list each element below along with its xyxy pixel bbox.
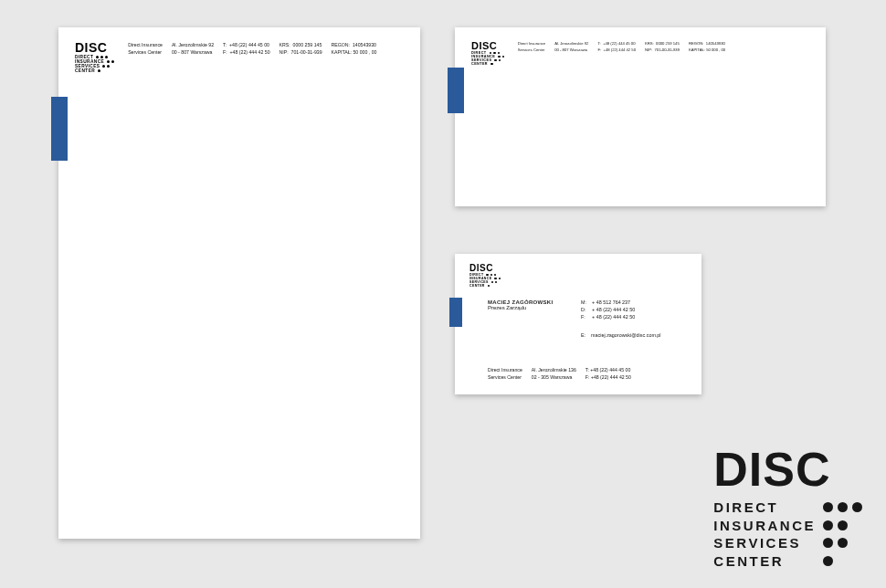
dot-row-icon [823, 520, 862, 530]
krs-value: 0000 259 145 [293, 42, 322, 47]
nip-label: NIP: [280, 49, 289, 55]
logo-row-large: DIRECT [713, 499, 862, 517]
bcard-person: MACIEJ ZAGÓROWSKI Prezes Zarządu [488, 299, 553, 310]
kapital-label: KAPITAŁ: [332, 49, 352, 55]
dot-icon [494, 274, 496, 276]
dot-row-icon [488, 285, 498, 287]
address-line1: Al. Jerozolimskie 92 [554, 41, 588, 46]
dot-icon [495, 281, 497, 283]
kapital-value: 50 000 , 00 [353, 49, 376, 55]
dot-icon [499, 59, 501, 62]
dot-row-icon [498, 56, 509, 58]
m-label: M: [581, 299, 586, 305]
f-label: F: [581, 314, 586, 320]
logo-word: CENTER [469, 284, 485, 288]
t-label: T: [223, 42, 227, 47]
letterhead-sheet: DISC DIRECTINSURANCESERVICESCENTER Direc… [58, 27, 420, 539]
dot-row-icon [823, 538, 862, 548]
f-value: +48 (22) 444 42 50 [230, 49, 270, 55]
address-line2: 00 - 807 Warszawa [554, 47, 588, 52]
dot-row-icon [491, 281, 501, 283]
e-label: E: [581, 332, 585, 338]
nip-value: 701-00-31-939 [291, 49, 322, 55]
dot-row-icon [494, 59, 505, 62]
logo-sublines: DIRECTINSURANCESERVICESCENTER [471, 51, 509, 66]
letterhead-header: DISC DIRECTINSURANCESERVICESCENTER Direc… [75, 40, 407, 73]
letterhead-info: Direct Insurance Services Center Al. Jer… [128, 42, 407, 73]
f-value: + 48 (22) 444 42 50 [592, 314, 635, 320]
t-value: +48 (22) 444 45 00 [229, 42, 269, 47]
f-label: F: [223, 49, 227, 55]
logo-sublines: DIRECTINSURANCESERVICESCENTER [75, 55, 119, 73]
logo-subrow: CENTER [471, 62, 509, 66]
dot-icon [491, 281, 493, 283]
bcard-footer: Direct Insurance Services Center Al. Jer… [488, 367, 687, 380]
regon-value: 140543930 [353, 42, 376, 47]
dot-icon [852, 502, 862, 512]
dot-icon [490, 52, 492, 55]
dot-icon [100, 56, 103, 58]
dot-icon [498, 52, 501, 55]
dot-icon [486, 274, 488, 276]
m-value: + 48 512 764 237 [592, 299, 635, 305]
logo-sublines: DIRECTINSURANCESERVICESCENTER [469, 273, 504, 288]
logo-acronym: DISC [469, 263, 504, 273]
dot-icon [98, 69, 100, 72]
dot-icon [838, 538, 848, 548]
dot-icon [502, 56, 505, 58]
dot-row-icon [823, 556, 862, 566]
company-line2: Services Center [518, 47, 546, 52]
logo-rows: DIRECTINSURANCESERVICESCENTER [713, 499, 862, 570]
dot-icon [111, 60, 114, 63]
logo-word-large: DIRECT [713, 499, 778, 517]
logo-row-large: INSURANCE [713, 517, 862, 535]
logo-word: CENTER [75, 68, 95, 73]
dot-icon [105, 56, 108, 58]
email-value: maciej.zagorowski@disc.com.pl [591, 332, 660, 338]
bcard-header: DISC DIRECTINSURANCESERVICESCENTER [469, 263, 689, 288]
dot-row-icon [98, 69, 110, 72]
dot-icon [490, 274, 492, 276]
logo-word-large: CENTER [713, 552, 784, 571]
dot-icon [499, 278, 501, 279]
dot-row-icon [102, 65, 114, 68]
bcard-email-row: E: maciej.zagorowski@disc.com.pl [581, 332, 661, 338]
dot-icon [823, 502, 833, 512]
logo-acronym: DISC [75, 40, 119, 55]
disc-logo-small: DISC DIRECTINSURANCESERVICESCENTER [75, 40, 119, 73]
accent-tab [448, 68, 464, 113]
logo-word-large: INSURANCE [713, 517, 816, 535]
dot-icon [96, 56, 99, 58]
logo-row-large: CENTER [713, 552, 862, 571]
dot-row-icon [96, 56, 108, 58]
address-line1: Al. Jerozolimskie 92 [172, 42, 214, 47]
dot-icon [102, 65, 105, 68]
logo-word: CENTER [471, 62, 488, 66]
envelope-sheet: DISC DIRECTINSURANCESERVICESCENTER Direc… [455, 27, 826, 206]
dot-row-icon [107, 60, 119, 63]
envelope-info: Direct Insurance Services Center Al. Jer… [518, 41, 813, 66]
dot-icon [488, 285, 490, 287]
dot-icon [494, 59, 497, 62]
dot-icon [823, 556, 833, 566]
dot-icon [838, 502, 848, 512]
logo-subrow: CENTER [469, 284, 504, 288]
regon-label: REGON: [332, 42, 350, 47]
company-line1: Direct Insurance [128, 42, 163, 47]
accent-tab [449, 298, 462, 327]
dot-icon [498, 56, 501, 58]
address-line2: 00 - 807 Warszawa [172, 49, 214, 55]
logo-subrow: CENTER [75, 68, 119, 73]
person-title: Prezes Zarządu [488, 305, 553, 310]
dot-icon [490, 63, 493, 66]
d-value: + 48 (22) 444 42 50 [592, 307, 635, 312]
company-line2: Services Center [128, 49, 163, 55]
bcard-contacts: M: D: F: + 48 512 764 237 + 48 (22) 444 … [581, 299, 635, 320]
dot-icon [493, 52, 496, 55]
logo-word-large: SERVICES [713, 534, 801, 552]
disc-logo-small: DISC DIRECTINSURANCESERVICESCENTER [469, 263, 504, 288]
dot-row-icon [490, 52, 501, 55]
logo-acronym: DISC [471, 40, 509, 51]
dot-icon [107, 60, 110, 63]
logo-acronym-large: DISC [713, 446, 862, 493]
